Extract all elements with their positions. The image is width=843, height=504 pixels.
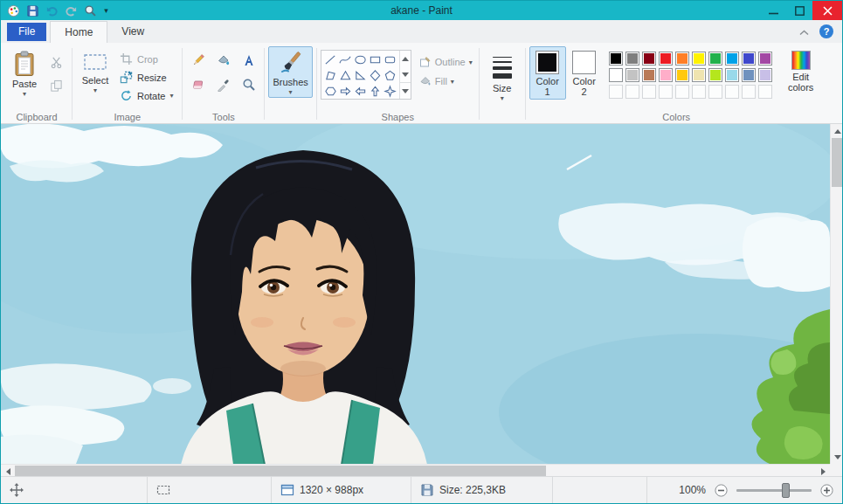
palette-swatch-r1-c3[interactable] (642, 52, 656, 66)
scroll-down-icon[interactable] (831, 450, 843, 464)
selection-size-icon (156, 483, 170, 497)
maximize-button[interactable] (786, 1, 812, 20)
shape-outline-button[interactable]: Outline ▾ (417, 53, 475, 71)
palette-swatch-r2-c2[interactable] (625, 68, 639, 82)
shape-triangle-icon[interactable] (338, 67, 353, 83)
palette-swatch-r3-c7[interactable] (708, 85, 722, 99)
help-icon[interactable]: ? (819, 24, 833, 38)
quick-access-toolbar: ▾ (1, 3, 110, 17)
copy-button[interactable] (45, 75, 66, 96)
color2-swatch (572, 51, 596, 74)
vertical-scroll-track[interactable] (831, 138, 843, 450)
shapes-more-icon[interactable] (400, 82, 411, 99)
shape-polygon-icon[interactable] (323, 67, 338, 83)
rotate-button[interactable]: Rotate ▾ (114, 86, 178, 105)
shape-oval-icon[interactable] (353, 52, 368, 67)
select-button[interactable]: Select ▾ (76, 46, 114, 96)
shape-right-triangle-icon[interactable] (353, 67, 368, 83)
eraser-tool-button[interactable] (186, 73, 210, 96)
palette-swatch-r3-c8[interactable] (725, 85, 739, 99)
app-icon[interactable] (6, 3, 20, 17)
palette-swatch-r1-c9[interactable] (742, 52, 756, 66)
zoom-level-text: 100% (679, 484, 706, 496)
resize-button[interactable]: Resize (114, 68, 178, 86)
shape-right-arrow-icon[interactable] (338, 83, 353, 99)
palette-swatch-r1-c1[interactable] (609, 52, 623, 66)
palette-swatch-r3-c1[interactable] (609, 85, 623, 99)
palette-swatch-r2-c3[interactable] (642, 68, 656, 82)
palette-swatch-r1-c10[interactable] (758, 52, 772, 66)
palette-swatch-r1-c6[interactable] (692, 52, 706, 66)
palette-swatch-r2-c5[interactable] (675, 68, 689, 82)
tab-file[interactable]: File (7, 23, 46, 41)
canvas[interactable] (1, 124, 830, 464)
magnifier-icon[interactable] (83, 3, 97, 17)
vertical-scroll-thumb[interactable] (832, 138, 843, 187)
text-tool-button[interactable] (237, 49, 260, 72)
scroll-up-icon[interactable] (831, 124, 843, 138)
shape-pentagon-icon[interactable] (383, 67, 397, 83)
shape-left-arrow-icon[interactable] (353, 83, 368, 99)
color1-button[interactable]: Color 1 (529, 46, 566, 100)
palette-swatch-r3-c6[interactable] (692, 85, 706, 99)
shapes-scroll-down-icon[interactable] (400, 66, 411, 82)
tab-view[interactable]: View (107, 21, 158, 43)
color2-button[interactable]: Color 2 (566, 46, 603, 100)
palette-swatch-r2-c7[interactable] (708, 68, 722, 82)
palette-swatch-r3-c10[interactable] (758, 85, 772, 99)
palette-swatch-r2-c4[interactable] (659, 68, 673, 82)
pencil-tool-button[interactable] (186, 49, 210, 72)
paste-button[interactable]: Paste ▾ (5, 46, 44, 100)
close-button[interactable] (812, 1, 842, 20)
save-icon[interactable] (25, 3, 39, 17)
shape-diamond-icon[interactable] (368, 67, 383, 83)
shape-up-arrow-icon[interactable] (368, 83, 383, 99)
palette-swatch-r2-c6[interactable] (692, 68, 706, 82)
size-button[interactable]: Size ▾ (483, 46, 522, 104)
palette-swatch-r1-c8[interactable] (725, 52, 739, 66)
paint-window: ▾ akane - Paint File Home View ? Paste ▾ (0, 0, 843, 504)
magnifier-tool-button[interactable] (237, 73, 260, 96)
shapes-scrollbar (399, 51, 411, 99)
palette-swatch-r3-c4[interactable] (659, 85, 673, 99)
zoom-slider-track[interactable] (736, 489, 812, 492)
shape-hexagon-icon[interactable] (323, 83, 338, 99)
shapes-scroll-up-icon[interactable] (400, 51, 411, 66)
palette-swatch-r1-c7[interactable] (708, 52, 722, 66)
palette-swatch-r3-c5[interactable] (675, 85, 689, 99)
palette-swatch-r2-c8[interactable] (725, 68, 739, 82)
shape-rectangle-icon[interactable] (368, 52, 383, 67)
dropdown-arrow-icon: ▾ (23, 91, 26, 97)
fill-tool-button[interactable] (211, 49, 235, 72)
zoom-in-button[interactable] (820, 484, 833, 497)
shape-curve-icon[interactable] (338, 52, 353, 67)
qat-dropdown-icon[interactable]: ▾ (102, 3, 110, 17)
palette-swatch-r3-c2[interactable] (625, 85, 639, 99)
brushes-button[interactable]: Brushes ▾ (268, 46, 312, 98)
palette-swatch-r2-c10[interactable] (758, 68, 772, 82)
minimize-button[interactable] (760, 1, 786, 20)
palette-swatch-r3-c9[interactable] (742, 85, 756, 99)
palette-swatch-r1-c5[interactable] (675, 52, 689, 66)
shape-line-icon[interactable] (323, 52, 338, 67)
shape-fill-button[interactable]: Fill ▾ (417, 72, 475, 90)
redo-icon[interactable] (64, 3, 78, 17)
zoom-out-button[interactable] (715, 484, 728, 497)
palette-swatch-r3-c3[interactable] (642, 85, 656, 99)
edit-colors-button[interactable]: Edit colors (778, 46, 824, 95)
group-caption-colors: Colors (527, 112, 826, 122)
ribbon-collapse-icon[interactable] (799, 24, 809, 39)
palette-swatch-r2-c1[interactable] (609, 68, 623, 82)
shape-rounded-rectangle-icon[interactable] (383, 52, 397, 67)
color-picker-tool-button[interactable] (211, 73, 235, 96)
cut-button[interactable] (45, 52, 66, 72)
zoom-slider-thumb[interactable] (782, 483, 790, 498)
palette-swatch-r1-c4[interactable] (659, 52, 673, 66)
tab-home[interactable]: Home (50, 21, 107, 43)
palette-swatch-r2-c9[interactable] (742, 68, 756, 82)
crop-button[interactable]: Crop (114, 50, 178, 68)
undo-icon[interactable] (45, 3, 59, 17)
shapes-grid (321, 51, 397, 99)
shape-four-point-star-icon[interactable] (383, 83, 397, 99)
palette-swatch-r1-c2[interactable] (625, 52, 639, 66)
